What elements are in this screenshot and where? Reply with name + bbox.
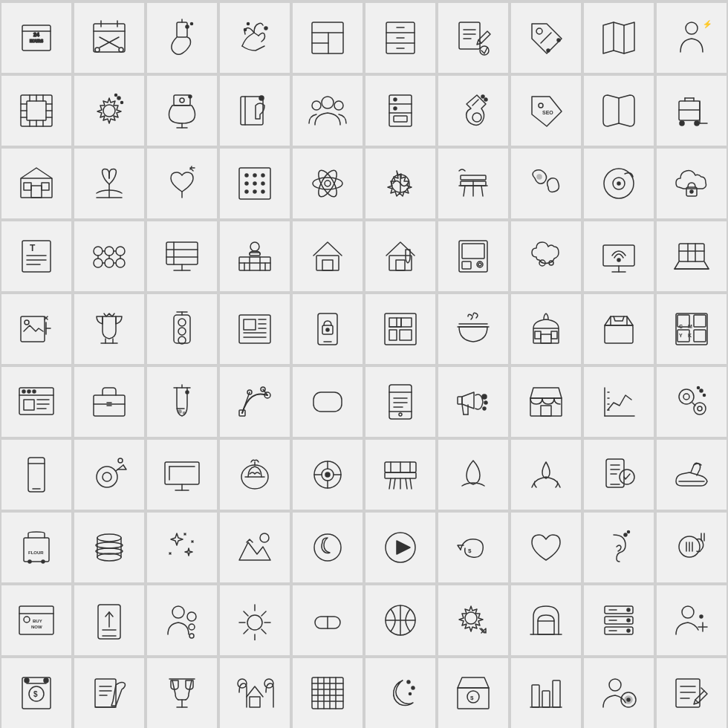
icon-cell-3-9 — [584, 149, 654, 218]
icon-cell-6-5 — [293, 367, 363, 437]
icon-cell-10-4 — [220, 658, 290, 728]
svg-point-372 — [189, 634, 194, 638]
svg-point-74 — [394, 98, 397, 101]
icon-cell-9-3 — [147, 585, 217, 655]
icon-cell-1-8 — [511, 3, 581, 73]
icon-cell-9-2 — [74, 585, 144, 655]
icon-cell-4-1: T — [1, 221, 71, 291]
icon-cell-1-2 — [74, 3, 144, 73]
svg-rect-169 — [462, 261, 471, 269]
svg-rect-149 — [166, 242, 198, 264]
icon-cell-4-5 — [293, 221, 363, 291]
svg-line-314 — [389, 478, 391, 489]
svg-text:⚡: ⚡ — [703, 19, 712, 29]
svg-rect-65 — [241, 97, 263, 125]
icon-cell-4-2 — [74, 221, 144, 291]
icon-cell-2-2 — [74, 76, 144, 146]
svg-rect-211 — [389, 330, 397, 340]
icon-cell-9-10 — [657, 585, 727, 655]
svg-point-75 — [394, 107, 397, 110]
icon-cell-9-4 — [220, 585, 290, 655]
icon-cell-10-1: $ — [1, 658, 71, 728]
svg-rect-234 — [694, 330, 706, 342]
svg-rect-275 — [530, 398, 562, 416]
icon-cell-1-7 — [438, 3, 508, 73]
svg-point-107 — [245, 182, 248, 185]
icon-cell-3-8 — [511, 149, 581, 218]
svg-point-395 — [627, 629, 630, 632]
svg-rect-438 — [542, 691, 550, 707]
icon-cell-3-3 — [147, 149, 217, 218]
svg-point-90 — [680, 121, 684, 126]
svg-line-35 — [541, 33, 551, 43]
svg-point-331 — [28, 560, 31, 563]
icon-cell-9-6 — [365, 585, 435, 655]
icon-cell-4-10 — [657, 221, 727, 291]
svg-rect-164 — [322, 260, 333, 270]
svg-point-11 — [119, 48, 123, 52]
svg-line-318 — [410, 478, 412, 489]
icon-cell-3-2 — [74, 149, 144, 218]
svg-point-394 — [627, 619, 630, 622]
icon-cell-7-10 — [657, 440, 727, 510]
svg-rect-297 — [165, 462, 199, 484]
svg-point-337 — [96, 542, 123, 548]
svg-rect-12 — [177, 22, 187, 37]
svg-rect-218 — [533, 328, 559, 343]
icon-cell-8-10 — [657, 513, 727, 582]
svg-rect-213 — [401, 318, 412, 327]
svg-line-122 — [464, 186, 465, 196]
svg-point-208 — [326, 328, 329, 331]
icon-cell-9-8 — [511, 585, 581, 655]
svg-rect-76 — [394, 116, 407, 122]
svg-point-393 — [627, 608, 630, 611]
icon-cell-7-5 — [293, 440, 363, 510]
icon-cell-10-8 — [511, 658, 581, 728]
icon-cell-10-7: $ — [438, 658, 508, 728]
svg-rect-96 — [42, 183, 49, 190]
svg-line-381 — [261, 611, 266, 616]
svg-rect-291 — [28, 458, 45, 492]
svg-point-77 — [472, 113, 481, 122]
icon-cell-7-8 — [511, 440, 581, 510]
svg-rect-437 — [532, 685, 539, 707]
svg-point-295 — [103, 472, 111, 481]
icon-cell-1-9 — [584, 3, 654, 73]
svg-point-362 — [24, 617, 30, 623]
icon-cell-3-1 — [1, 149, 71, 218]
svg-point-177 — [617, 259, 620, 261]
svg-rect-94 — [31, 186, 42, 198]
icon-cell-5-1 — [1, 294, 71, 364]
svg-text:Y: Y — [679, 333, 683, 338]
svg-point-184 — [25, 320, 29, 325]
icon-cell-8-9 — [584, 513, 654, 582]
svg-point-14 — [186, 25, 189, 28]
icon-cell-9-1: BUY NOW — [1, 585, 71, 655]
svg-rect-222 — [605, 325, 633, 343]
svg-point-141 — [94, 259, 103, 267]
svg-rect-121 — [461, 175, 486, 180]
svg-point-237 — [22, 390, 25, 393]
svg-rect-131 — [22, 241, 51, 272]
icon-cell-1-3 — [147, 3, 217, 73]
icon-cell-5-3 — [147, 294, 217, 364]
svg-rect-174 — [603, 245, 634, 266]
svg-point-111 — [253, 190, 256, 193]
icon-cell-7-4 — [220, 440, 290, 510]
svg-point-17 — [247, 23, 250, 25]
svg-line-378 — [244, 611, 248, 616]
svg-text:BUY: BUY — [33, 619, 42, 623]
svg-point-109 — [261, 182, 264, 185]
icon-cell-6-8 — [511, 367, 581, 437]
svg-point-194 — [178, 328, 186, 335]
svg-rect-232 — [694, 315, 706, 327]
icon-cell-2-9 — [584, 76, 654, 146]
icon-cell-10-5 — [293, 658, 363, 728]
svg-point-441 — [609, 679, 621, 691]
svg-rect-313 — [385, 472, 416, 478]
svg-point-290 — [698, 387, 700, 389]
svg-point-373 — [247, 615, 262, 630]
icon-cell-5-5 — [293, 294, 363, 364]
svg-rect-0 — [22, 25, 51, 51]
svg-text:HOURS: HOURS — [30, 39, 44, 43]
